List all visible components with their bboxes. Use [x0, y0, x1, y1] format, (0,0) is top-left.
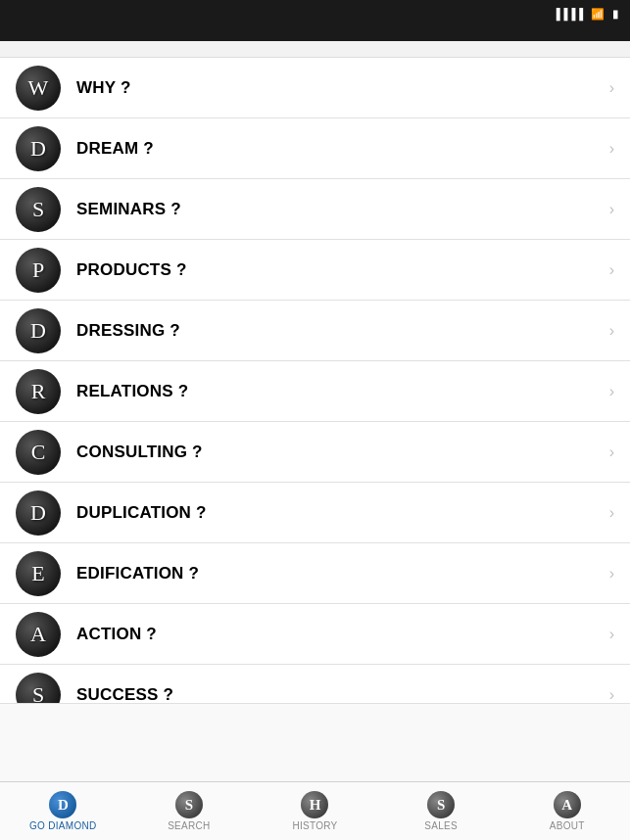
tab-icon: D [49, 791, 76, 818]
chevron-icon: › [609, 626, 614, 643]
avatar: C [16, 430, 61, 475]
avatar: D [16, 308, 61, 353]
list-item[interactable]: S SUCCESS ? › [0, 665, 630, 703]
list-item[interactable]: D DUPLICATION ? › [0, 483, 630, 543]
item-label: EDIFICATION ? [61, 564, 602, 583]
tab-label: HISTORY [292, 820, 337, 831]
chevron-icon: › [609, 383, 614, 400]
spacer [0, 703, 630, 781]
chevron-icon: › [609, 686, 614, 704]
list-item[interactable]: P PRODUCTS ? › [0, 240, 630, 301]
avatar: W [16, 66, 61, 111]
tab-bar: D GO DIAMOND S SEARCH H HISTORY S SALES … [0, 781, 630, 840]
avatar: S [16, 187, 61, 232]
chevron-icon: › [609, 79, 614, 97]
avatar: R [16, 369, 61, 414]
wifi-icon: 📶 [591, 8, 605, 21]
list-item[interactable]: R RELATIONS ? › [0, 361, 630, 422]
menu-list: W WHY ? › D DREAM ? › S SEMINARS ? › P P… [0, 58, 630, 703]
tab-sales[interactable]: S SALES [378, 791, 505, 831]
item-label: DREAM ? [61, 139, 602, 159]
list-item[interactable]: D DREAM ? › [0, 118, 630, 179]
avatar: A [16, 612, 61, 657]
list-item[interactable]: A ACTION ? › [0, 604, 630, 665]
list-item[interactable]: S SEMINARS ? › [0, 179, 630, 240]
subtitle [0, 41, 630, 58]
status-bar: ▌▌▌▌ 📶 ▮ [0, 0, 630, 27]
item-label: PRODUCTS ? [61, 260, 602, 280]
tab-history[interactable]: H HISTORY [252, 791, 378, 831]
tab-label: ABOUT [550, 820, 585, 831]
avatar: P [16, 248, 61, 293]
item-label: RELATIONS ? [61, 382, 602, 401]
list-item[interactable]: E EDIFICATION ? › [0, 543, 630, 604]
tab-icon: H [301, 791, 328, 818]
battery-bar: ▮ [612, 8, 618, 21]
tab-icon: S [175, 791, 203, 818]
tab-label: SEARCH [168, 820, 210, 831]
item-label: DRESSING ? [61, 321, 602, 341]
signal-icon: ▌▌▌▌ [557, 8, 587, 20]
list-item[interactable]: W WHY ? › [0, 58, 630, 118]
chevron-icon: › [609, 443, 614, 461]
chevron-icon: › [609, 201, 614, 218]
chevron-icon: › [609, 565, 614, 583]
avatar: D [16, 490, 61, 536]
chevron-icon: › [609, 322, 614, 340]
chevron-icon: › [609, 261, 614, 279]
item-label: SUCCESS ? [61, 685, 602, 704]
chevron-icon: › [609, 140, 614, 158]
tab-icon: S [427, 791, 455, 818]
item-label: ACTION ? [61, 625, 602, 644]
title-bar [0, 27, 630, 41]
avatar: E [16, 551, 61, 596]
item-label: CONSULTING ? [61, 443, 602, 462]
status-right-icons: ▌▌▌▌ 📶 ▮ [557, 8, 618, 21]
tab-label: GO DIAMOND [29, 820, 97, 831]
item-label: SEMINARS ? [61, 200, 602, 219]
avatar: D [16, 126, 61, 171]
tab-icon: A [554, 791, 581, 818]
item-label: DUPLICATION ? [61, 503, 602, 523]
avatar: S [16, 673, 61, 704]
item-label: WHY ? [61, 78, 602, 98]
tab-label: SALES [424, 820, 458, 831]
list-item[interactable]: C CONSULTING ? › [0, 422, 630, 483]
tab-go-diamond[interactable]: D GO DIAMOND [0, 791, 126, 831]
tab-search[interactable]: S SEARCH [126, 791, 253, 831]
chevron-icon: › [609, 504, 614, 522]
tab-about[interactable]: A ABOUT [504, 791, 630, 831]
list-item[interactable]: D DRESSING ? › [0, 301, 630, 361]
